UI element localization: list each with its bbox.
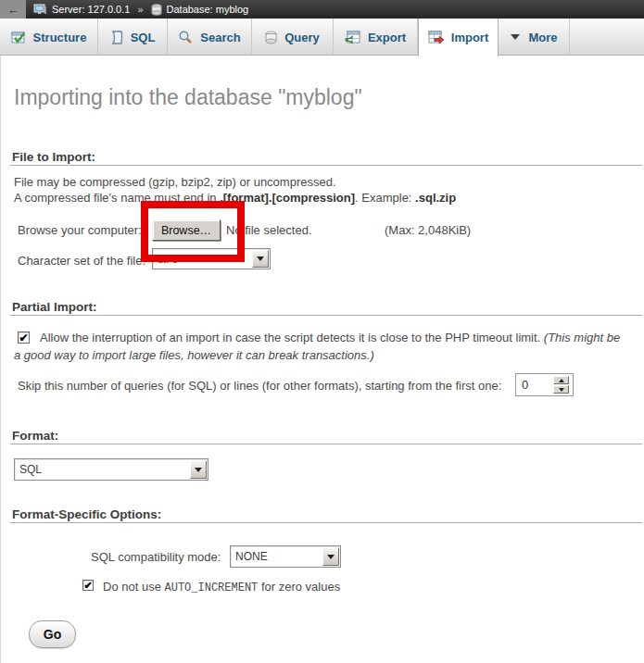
- allow-interrupt-label-line1: Allow the interruption of an import in c…: [40, 331, 620, 344]
- browse-label: Browse your computer:: [18, 223, 142, 237]
- format-selected-value: SQL: [15, 463, 189, 476]
- skip-queries-spinner[interactable]: 0: [515, 373, 574, 396]
- breadcrumb-database-link[interactable]: Database: myblog: [167, 4, 249, 15]
- tab-sql[interactable]: SQL: [98, 19, 168, 56]
- no-file-selected-text: No file selected.: [226, 223, 312, 237]
- hint-example: .sql.zip: [415, 191, 456, 205]
- compression-hint-line1: File may be compressed (gzip, bzip2, zip…: [14, 175, 336, 189]
- database-cylinder-icon: [151, 4, 162, 16]
- page-title: Importing into the database "myblog": [14, 85, 362, 110]
- charset-selected-value: utf-8: [153, 254, 251, 265]
- charset-select[interactable]: utf-8: [152, 248, 271, 269]
- ai-text: for zero values: [258, 580, 340, 594]
- left-arrow-icon: ←: [7, 3, 19, 17]
- database-cylinder-icon: [265, 31, 277, 44]
- breadcrumb-server-link[interactable]: Server: 127.0.0.1: [52, 4, 130, 15]
- skip-queries-value[interactable]: 0: [516, 378, 553, 392]
- tab-label: Export: [368, 31, 406, 44]
- compression-hint-line2: A compressed file's name must end in .[f…: [14, 191, 456, 205]
- tab-bar-spacer: [570, 19, 644, 56]
- tab-more[interactable]: More: [499, 19, 570, 56]
- breadcrumb-bar: ← Server: 127.0.0.1 » Database: myblog: [0, 0, 644, 19]
- table-structure-icon: [11, 31, 26, 44]
- tab-query[interactable]: Query: [252, 19, 334, 56]
- server-icon: [33, 4, 47, 16]
- spinner-up-button[interactable]: [553, 376, 569, 384]
- tab-import[interactable]: Import: [418, 19, 499, 56]
- import-form: Importing into the database "myblog" Fil…: [0, 56, 644, 663]
- hint-text: A compressed file's name must end in: [14, 191, 220, 205]
- sql-compat-selected-value: NONE: [231, 550, 322, 563]
- section-rule: [10, 444, 642, 444]
- hint-format-pattern: .[format].[compression]: [220, 191, 355, 205]
- phpmyadmin-import-page: ← Server: 127.0.0.1 » Database: myblog: [0, 0, 644, 663]
- sql-page-icon: [110, 31, 123, 44]
- section-rule: [10, 315, 642, 316]
- allow-interrupt-checkbox[interactable]: ✔: [18, 332, 30, 344]
- tab-label: SQL: [131, 31, 156, 44]
- charset-label: Character set of the file:: [18, 254, 145, 268]
- chevron-down-icon: [510, 31, 521, 43]
- section-rule: [10, 165, 642, 166]
- export-table-icon: [345, 31, 360, 44]
- format-select[interactable]: SQL: [14, 458, 208, 481]
- tab-bar: Structure SQL Search Query: [0, 19, 644, 56]
- section-format-specific-options: Format-Specific Options:: [12, 507, 161, 521]
- skip-queries-label: Skip this number of queries (for SQL) or…: [18, 379, 501, 393]
- hint-text: . Example:: [355, 191, 415, 205]
- allow-text-italic: (This might be: [544, 331, 620, 344]
- auto-increment-label: Do not use AUTO_INCREMENT for zero value…: [103, 580, 340, 594]
- checkmark-icon: ✔: [83, 581, 92, 591]
- tab-label: Import: [451, 31, 488, 44]
- tab-search[interactable]: Search: [168, 19, 252, 56]
- allow-interrupt-label-line2: a good way to import large files, howeve…: [14, 348, 374, 362]
- collapse-navigation-button[interactable]: ←: [0, 0, 26, 19]
- section-format: Format:: [12, 429, 58, 443]
- checkmark-icon: ✔: [19, 332, 28, 344]
- ai-text: Do not use: [103, 580, 165, 594]
- tab-label: Structure: [33, 31, 87, 44]
- tab-export[interactable]: Export: [334, 19, 418, 56]
- spinner-down-button[interactable]: [553, 385, 569, 394]
- breadcrumb: Server: 127.0.0.1 » Database: myblog: [33, 4, 248, 16]
- max-upload-size: (Max: 2,048KiB): [385, 223, 471, 237]
- section-file-to-import: File to Import:: [12, 150, 95, 164]
- dropdown-arrow-icon[interactable]: [252, 250, 269, 268]
- browse-button[interactable]: Browse…: [152, 219, 221, 241]
- magnifier-icon: [178, 30, 193, 44]
- ai-code-text: AUTO_INCREMENT: [165, 582, 259, 594]
- allow-text: Allow the interruption of an import in c…: [40, 331, 544, 344]
- tab-label: More: [528, 31, 557, 44]
- sql-compat-label: SQL compatibility mode:: [91, 550, 221, 564]
- sql-compat-select[interactable]: NONE: [230, 545, 341, 568]
- tab-label: Query: [284, 31, 320, 44]
- breadcrumb-separator: »: [137, 4, 143, 15]
- dropdown-arrow-icon[interactable]: [322, 547, 339, 566]
- go-button[interactable]: Go: [29, 620, 76, 648]
- dropdown-arrow-icon[interactable]: [190, 460, 207, 479]
- auto-increment-checkbox[interactable]: ✔: [82, 580, 94, 591]
- tab-structure[interactable]: Structure: [0, 19, 98, 56]
- tab-label: Search: [200, 31, 240, 44]
- import-table-icon: [428, 31, 444, 44]
- section-rule: [10, 522, 642, 523]
- section-partial-import: Partial Import:: [12, 300, 97, 314]
